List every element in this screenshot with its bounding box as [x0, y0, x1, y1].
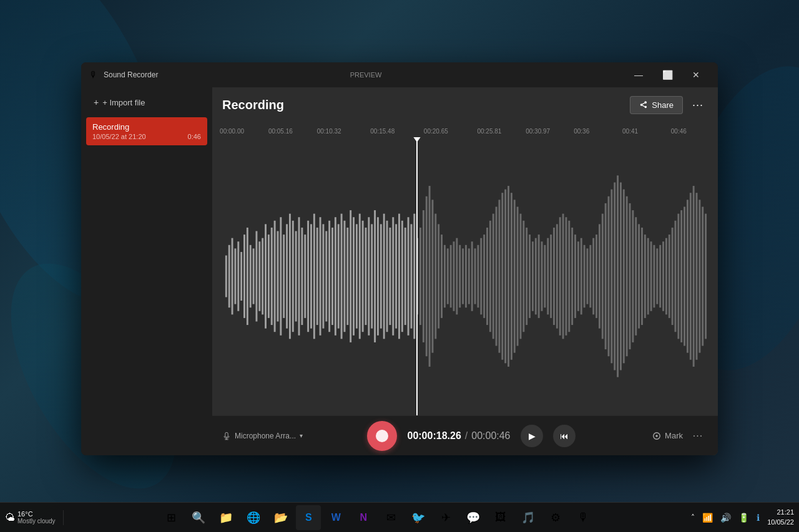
svg-rect-102: [529, 235, 531, 318]
svg-rect-104: [535, 238, 537, 315]
timeline-tick-2: 00:10.32: [317, 128, 341, 135]
svg-rect-131: [617, 175, 619, 377]
record-button[interactable]: [367, 421, 397, 451]
taskbar-start-button[interactable]: ⊞: [159, 505, 184, 530]
timeline-tick-6: 00:30.97: [526, 128, 550, 135]
weather-icon: 🌤: [5, 512, 15, 523]
svg-rect-6: [237, 241, 239, 311]
taskbar-clock[interactable]: 21:21 10/05/22: [762, 508, 799, 527]
microphone-selector[interactable]: Microphone Arra... ▾: [222, 432, 322, 440]
svg-rect-67: [423, 210, 424, 342]
info-icon[interactable]: ℹ: [754, 510, 762, 525]
svg-rect-38: [335, 217, 336, 336]
close-button[interactable]: ✕: [682, 65, 710, 85]
svg-rect-150: [675, 221, 677, 332]
svg-rect-5: [234, 248, 236, 304]
svg-rect-54: [383, 214, 385, 339]
recording-item-meta: 10/05/22 at 21:20 0:46: [92, 133, 201, 140]
more-options-button[interactable]: ···: [688, 95, 708, 115]
recording-list-item[interactable]: Recording 10/05/22 at 21:20 0:46: [86, 117, 207, 145]
taskbar-search[interactable]: 🔍: [186, 505, 211, 530]
taskbar-file-explorer[interactable]: 📁: [213, 505, 238, 530]
taskbar-photos[interactable]: 🖼: [488, 505, 513, 530]
timeline-tick-5: 00:25.81: [477, 128, 501, 135]
svg-rect-37: [331, 228, 333, 325]
timeline-tick-8: 00:41: [622, 128, 638, 135]
svg-rect-46: [359, 214, 361, 339]
share-label: Share: [652, 100, 674, 110]
taskbar-spotify[interactable]: 🎵: [516, 505, 541, 530]
waveform-area[interactable]: [222, 137, 708, 415]
weather-widget[interactable]: 🌤 16°C Mostly cloudy: [0, 510, 61, 525]
svg-rect-70: [432, 200, 434, 352]
svg-rect-24: [292, 221, 294, 332]
svg-rect-30: [310, 224, 312, 328]
maximize-button[interactable]: ⬜: [653, 65, 682, 85]
svg-rect-36: [328, 221, 330, 332]
taskbar-mail[interactable]: ✉: [378, 505, 403, 530]
svg-rect-107: [544, 245, 546, 307]
svg-rect-20: [280, 217, 282, 336]
taskbar-whatsapp[interactable]: 💬: [461, 505, 486, 530]
svg-rect-121: [587, 248, 589, 304]
svg-rect-124: [596, 235, 597, 318]
taskbar-folder[interactable]: 📂: [268, 505, 293, 530]
volume-icon[interactable]: 🔊: [718, 510, 733, 525]
app-title: Sound Recorder: [104, 70, 346, 79]
mic-chevron-icon: ▾: [300, 432, 303, 439]
svg-rect-72: [438, 224, 439, 328]
taskbar-onenote[interactable]: N: [351, 505, 376, 530]
mark-label: Mark: [665, 431, 683, 440]
controls-more-button[interactable]: ···: [688, 426, 708, 446]
chevron-up-icon[interactable]: ˄: [689, 511, 697, 525]
taskbar-store[interactable]: S: [296, 505, 321, 530]
timeline-tick-0: 00:00.00: [220, 128, 244, 135]
skip-to-start-button[interactable]: ⏮: [553, 425, 576, 447]
network-icon[interactable]: 📶: [700, 510, 715, 525]
play-button[interactable]: ▶: [521, 425, 543, 447]
svg-rect-55: [386, 221, 388, 332]
taskbar-word[interactable]: W: [323, 505, 348, 530]
mark-button[interactable]: Mark: [652, 431, 683, 440]
taskbar: 🌤 16°C Mostly cloudy ⊞ 🔍 📁 🌐 📂 S W N ✉ 🐦…: [0, 502, 799, 532]
svg-rect-31: [313, 214, 315, 339]
battery-icon[interactable]: 🔋: [736, 510, 752, 525]
minimize-button[interactable]: —: [624, 65, 653, 85]
svg-rect-147: [665, 238, 667, 315]
svg-rect-44: [353, 217, 355, 336]
taskbar-settings[interactable]: ⚙: [543, 505, 568, 530]
recording-item-date: 10/05/22 at 21:20: [92, 133, 146, 140]
mark-icon: [652, 432, 661, 440]
app-window: 🎙 Sound Recorder PREVIEW — ⬜ ✕ + + Impor…: [81, 62, 718, 455]
svg-rect-17: [271, 228, 273, 325]
recording-item-duration: 0:46: [188, 133, 201, 140]
share-button[interactable]: Share: [630, 96, 683, 114]
svg-rect-3: [228, 245, 230, 307]
svg-rect-123: [592, 238, 594, 315]
svg-rect-138: [638, 224, 640, 328]
svg-rect-139: [641, 228, 643, 325]
svg-rect-43: [350, 210, 351, 342]
taskbar-sound-recorder[interactable]: 🎙: [571, 505, 596, 530]
svg-rect-113: [562, 214, 564, 339]
time-separator: /: [465, 430, 468, 442]
svg-rect-108: [547, 238, 549, 315]
svg-rect-53: [380, 224, 382, 328]
timeline-ruler: 00:00.00 00:05.16 00:10.32 00:15.48 00:2…: [222, 122, 708, 137]
svg-rect-2: [225, 256, 227, 297]
svg-rect-23: [289, 214, 291, 339]
svg-rect-144: [656, 248, 658, 304]
taskbar-telegram[interactable]: ✈: [433, 505, 458, 530]
taskbar-edge[interactable]: 🌐: [241, 505, 266, 530]
svg-rect-146: [662, 241, 664, 311]
svg-rect-58: [395, 224, 397, 328]
import-file-button[interactable]: + + Import file: [86, 92, 207, 112]
svg-rect-28: [304, 235, 306, 318]
svg-rect-112: [559, 217, 561, 336]
svg-rect-84: [474, 248, 476, 304]
svg-rect-155: [690, 193, 692, 360]
svg-rect-42: [346, 228, 348, 325]
taskbar-twitter[interactable]: 🐦: [406, 505, 431, 530]
sidebar: + + Import file Recording 10/05/22 at 21…: [81, 87, 212, 455]
svg-rect-79: [459, 245, 461, 307]
